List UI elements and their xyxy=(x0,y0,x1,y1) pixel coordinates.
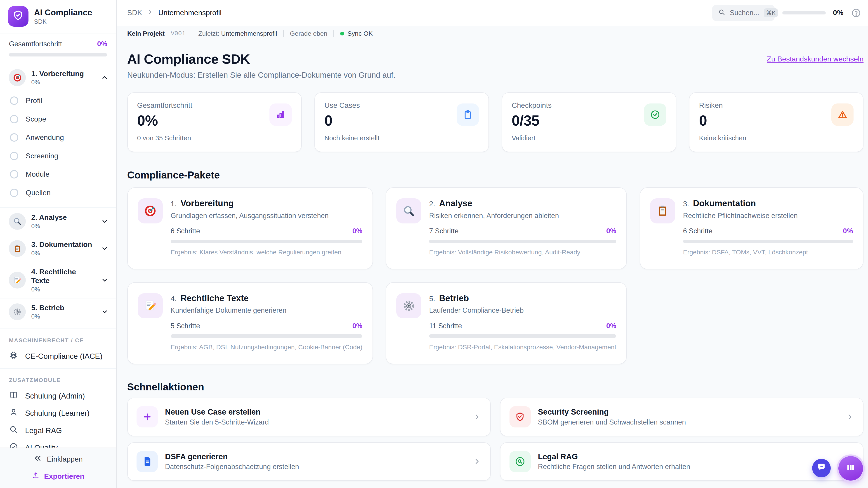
switch-mode-link[interactable]: Zu Bestandskunden wechseln xyxy=(767,55,864,63)
action-new-use-case[interactable]: Neuen Use Case erstellen Starten Sie den… xyxy=(127,398,491,436)
sidebar-phase-vorbereitung[interactable]: 1. Vorbereitung 0% xyxy=(0,64,116,91)
bar-chart-icon xyxy=(270,103,292,126)
sidebar-item-legal-rag[interactable]: Legal RAG xyxy=(0,422,116,439)
collapse-sidebar-button[interactable]: Einklappen xyxy=(33,454,83,464)
stat-card-gesamtfortschritt: Gesamtfortschritt 0% 0 von 35 Schritten xyxy=(127,92,302,152)
step-profil[interactable]: Profil xyxy=(0,92,116,110)
package-card-dokumentation[interactable]: 3.Dokumentation Rechtliche Pflichtnachwe… xyxy=(640,187,864,269)
page-content: AI Compliance SDK Zu Bestandskunden wech… xyxy=(117,41,868,488)
sidebar-item-schulung-admin[interactable]: Schulung (Admin) xyxy=(0,387,116,404)
overall-progress-value: 0% xyxy=(97,40,107,48)
package-card-rechtliche-texte[interactable]: 4.Rechtliche Texte Kundenfähige Dokument… xyxy=(127,282,373,364)
memo-pencil-icon xyxy=(9,272,26,289)
sidebar-item-ce-compliance[interactable]: CE-Compliance (IACE) xyxy=(0,348,116,365)
statusbar: Kein Projekt V001 Zuletzt: Unternehmensp… xyxy=(117,26,868,41)
quick-actions-heading: Schnellaktionen xyxy=(127,381,864,393)
action-dsfa-generieren[interactable]: DSFA generieren Datenschutz-Folgenabscha… xyxy=(127,442,491,481)
step-module[interactable]: Module xyxy=(0,165,116,184)
clipboard-icon xyxy=(9,240,26,257)
phase-percent: 0% xyxy=(31,223,95,230)
packages-heading: Compliance-Pakete xyxy=(127,169,864,181)
overall-progress-label: Gesamtfortschritt xyxy=(9,40,62,48)
package-card-analyse[interactable]: 2.Analyse Risiken erkennen, Anforderunge… xyxy=(385,187,627,269)
stat-card-checkpoints: Checkpoints 0/35 Validiert xyxy=(502,92,676,152)
memo-pencil-icon xyxy=(138,293,163,318)
sidebar-phase-dokumentation[interactable]: 3. Dokumentation 0% xyxy=(0,235,116,262)
package-progress-bar xyxy=(429,240,616,243)
step-anwendung[interactable]: Anwendung xyxy=(0,128,116,147)
action-security-screening[interactable]: Security Screening SBOM generieren und S… xyxy=(500,398,864,436)
project-name: Kein Projekt xyxy=(127,30,165,37)
breadcrumb-sdk[interactable]: SDK xyxy=(127,8,142,17)
step-status-circle xyxy=(10,96,18,105)
chat-fab-button[interactable] xyxy=(812,459,831,477)
sidebar-phase-betrieb[interactable]: 5. Betrieb 0% xyxy=(0,298,116,325)
chevron-right-icon xyxy=(846,413,854,421)
package-card-vorbereitung[interactable]: 1.Vorbereitung Grundlagen erfassen, Ausg… xyxy=(127,187,373,269)
phase-label: 2. Analyse xyxy=(31,213,95,222)
phase-steps-list: Profil Scope Anwendung Screening Module … xyxy=(0,91,116,207)
packages-grid: 1.Vorbereitung Grundlagen erfassen, Ausg… xyxy=(127,187,864,364)
double-chevron-left-icon xyxy=(33,454,42,464)
columns-fab-button[interactable] xyxy=(838,456,863,481)
export-button[interactable]: Exportieren xyxy=(32,471,85,481)
sidebar-phase-rechtliche-texte[interactable]: 4. Rechtliche Texte 0% xyxy=(0,262,116,298)
stat-cards-row: Gesamtfortschritt 0% 0 von 35 Schritten … xyxy=(127,92,864,152)
check-circle-icon xyxy=(644,103,666,126)
sidebar: AI Compliance SDK Gesamtfortschritt 0% 1… xyxy=(0,0,117,488)
topbar: SDK Unternehmensprofil Suchen... ⌘K 0% xyxy=(117,0,868,26)
search-icon xyxy=(718,8,725,18)
sidebar-item-schulung-learner[interactable]: Schulung (Learner) xyxy=(0,404,116,422)
keyboard-shortcut-badge: ⌘K xyxy=(764,8,778,18)
main-area: SDK Unternehmensprofil Suchen... ⌘K 0% xyxy=(117,0,868,488)
magnifier-icon xyxy=(9,213,26,230)
search-icon xyxy=(9,425,18,436)
last-saved-time: Gerade eben xyxy=(290,30,328,37)
phase-percent: 0% xyxy=(31,250,95,257)
upload-icon xyxy=(32,471,40,481)
app-title: AI Compliance xyxy=(34,7,92,18)
app-subtitle: SDK xyxy=(34,18,92,25)
step-quellen[interactable]: Quellen xyxy=(0,184,116,202)
package-card-betrieb[interactable]: 5.Betrieb Laufender Compliance-Betrieb 1… xyxy=(385,282,627,364)
step-screening[interactable]: Screening xyxy=(0,147,116,165)
step-scope[interactable]: Scope xyxy=(0,110,116,128)
topbar-progress-bar xyxy=(782,11,826,15)
step-status-circle xyxy=(10,152,18,160)
magnifier-icon xyxy=(396,198,421,223)
app-logo xyxy=(8,6,29,27)
breadcrumb: SDK Unternehmensprofil xyxy=(127,8,221,17)
phase-percent: 0% xyxy=(31,313,95,320)
clipboard-icon xyxy=(650,198,675,223)
clipboard-icon xyxy=(457,103,479,126)
shield-check-icon xyxy=(509,406,531,427)
gear-icon xyxy=(396,293,421,318)
sidebar-item-ai-quality[interactable]: AI Quality xyxy=(0,439,116,448)
chevron-right-icon xyxy=(147,8,153,17)
phase-percent: 0% xyxy=(31,286,95,293)
help-button[interactable] xyxy=(851,8,862,18)
step-status-circle xyxy=(10,170,18,178)
phase-label: 1. Vorbereitung xyxy=(31,69,95,78)
warning-triangle-icon xyxy=(831,103,854,126)
phase-label: 4. Rechtliche Texte xyxy=(31,267,95,285)
step-status-circle xyxy=(10,189,18,197)
phase-label: 5. Betrieb xyxy=(31,303,95,312)
sidebar-phase-analyse[interactable]: 2. Analyse 0% xyxy=(0,207,116,234)
action-legal-rag[interactable]: Legal RAG Rechtliche Fragen stellen und … xyxy=(500,442,864,481)
phase-percent: 0% xyxy=(31,78,95,86)
columns-icon xyxy=(845,462,856,475)
book-icon xyxy=(9,390,18,402)
chevron-down-icon xyxy=(101,308,108,315)
step-status-circle xyxy=(10,115,18,123)
stat-card-use-cases: Use Cases 0 Noch keine erstellt xyxy=(314,92,489,152)
package-progress-bar xyxy=(429,334,616,338)
search-placeholder: Suchen... xyxy=(730,9,759,17)
sync-status: Sync OK xyxy=(340,30,373,37)
section-label-zusatzmodule: ZUSATZMODULE xyxy=(0,368,116,387)
gear-icon xyxy=(9,303,26,320)
search-input[interactable]: Suchen... ⌘K xyxy=(712,5,775,21)
section-label-maschinenrecht: MASCHINENRECHT / CE xyxy=(0,328,116,348)
package-progress-bar xyxy=(170,240,363,243)
chip-icon xyxy=(9,350,18,362)
